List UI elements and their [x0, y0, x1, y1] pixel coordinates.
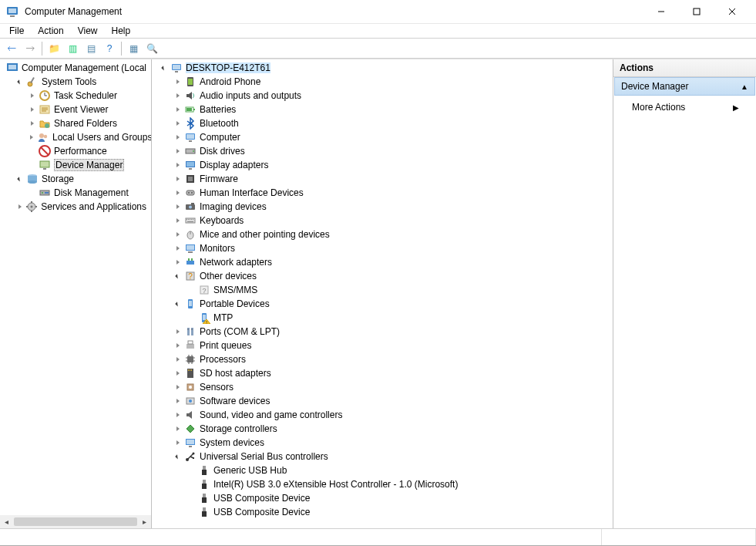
device-node-universal-serial-bus-controllers[interactable]: Universal Serial Bus controllers [155, 450, 613, 463]
tree-node-local-users-and-groups[interactable]: Local Users and Groups [0, 130, 151, 144]
device-node-audio-inputs-and-outputs[interactable]: Audio inputs and outputs [155, 89, 613, 103]
caret-right-icon[interactable] [173, 188, 183, 197]
device-node-sound-video-and-game-controllers[interactable]: Sound, video and game controllers [155, 408, 613, 422]
caret-down-icon[interactable] [160, 63, 169, 72]
device-node-batteries[interactable]: Batteries [155, 103, 613, 116]
tree-node-event-viewer[interactable]: Event Viewer [0, 103, 151, 116]
caret-right-icon[interactable] [173, 147, 183, 156]
device-node-imaging-devices[interactable]: Imaging devices [155, 200, 613, 214]
caret-right-icon[interactable] [173, 327, 183, 336]
caret-right-icon[interactable] [28, 105, 37, 114]
minimize-button[interactable] [643, 0, 679, 23]
device-node-portable-devices[interactable]: Portable Devices [155, 297, 613, 311]
tree-node-system-tools[interactable]: System Tools [0, 75, 151, 89]
tree-node-shared-folders[interactable]: Shared Folders [0, 116, 151, 130]
device-node-human-interface-devices[interactable]: Human Interface Devices [155, 186, 613, 200]
caret-right-icon[interactable] [173, 383, 183, 392]
caret-down-icon[interactable] [15, 77, 25, 86]
caret-right-icon[interactable] [173, 77, 183, 86]
help-icon[interactable]: ? [101, 40, 118, 57]
refresh-icon[interactable]: ▦ [125, 40, 142, 57]
caret-right-icon[interactable] [173, 396, 183, 406]
device-node-software-devices[interactable]: Software devices [155, 394, 613, 408]
actions-more-actions[interactable]: More Actions ▶ [617, 100, 753, 114]
device-node-system-devices[interactable]: System devices [155, 436, 613, 450]
properties-icon[interactable]: ▤ [82, 40, 99, 57]
menu-action[interactable]: Action [32, 24, 69, 38]
device-node-android-phone[interactable]: Android Phone [155, 75, 613, 89]
caret-right-icon[interactable] [28, 119, 37, 128]
tree-node-performance[interactable]: Performance [0, 144, 151, 158]
caret-right-icon[interactable] [173, 244, 183, 253]
device-node-other-devices[interactable]: ?Other devices [155, 269, 613, 283]
caret-right-icon[interactable] [173, 341, 183, 350]
caret-right-icon[interactable] [28, 133, 35, 142]
device-node-desktop-e412t61[interactable]: DESKTOP-E412T61 [155, 61, 613, 75]
caret-right-icon[interactable] [15, 202, 24, 211]
scan-hardware-icon[interactable]: 🔍 [143, 40, 160, 57]
device-node-display-adapters[interactable]: Display adapters [155, 158, 613, 172]
device-node-usb-composite-device[interactable]: USB Composite Device [155, 505, 613, 519]
actions-group-header[interactable]: Device Manager ▲ [614, 77, 755, 96]
device-node-usb-composite-device[interactable]: USB Composite Device [155, 491, 613, 505]
caret-right-icon[interactable] [173, 119, 183, 128]
menu-help[interactable]: Help [106, 24, 137, 38]
device-node-bluetooth[interactable]: Bluetooth [155, 116, 613, 130]
caret-right-icon[interactable] [28, 91, 37, 100]
back-icon[interactable]: 🡐 [3, 40, 20, 57]
tree-node-services-and-applications[interactable]: Services and Applications [0, 200, 151, 214]
tree-node-computer-management-local[interactable]: Computer Management (Local [0, 61, 151, 75]
caret-right-icon[interactable] [173, 424, 183, 433]
maximize-button[interactable] [679, 0, 714, 23]
device-node-keyboards[interactable]: Keyboards [155, 214, 613, 228]
caret-down-icon[interactable] [15, 174, 25, 184]
device-node-processors[interactable]: Processors [155, 352, 613, 366]
device-node-sensors[interactable]: Sensors [155, 380, 613, 394]
menu-file[interactable]: File [3, 24, 30, 38]
device-node-firmware[interactable]: Firmware [155, 172, 613, 186]
caret-right-icon[interactable] [173, 160, 183, 170]
caret-down-icon[interactable] [173, 271, 183, 281]
caret-right-icon[interactable] [173, 230, 183, 239]
horizontal-scrollbar[interactable]: ◂ ▸ [0, 515, 151, 528]
device-node-network-adapters[interactable]: Network adapters [155, 255, 613, 269]
caret-right-icon[interactable] [173, 105, 183, 114]
caret-right-icon[interactable] [173, 174, 183, 184]
scroll-left-arrow[interactable]: ◂ [0, 515, 13, 528]
caret-right-icon[interactable] [173, 355, 183, 364]
device-node-generic-usb-hub[interactable]: Generic USB Hub [155, 463, 613, 477]
caret-right-icon[interactable] [173, 369, 183, 378]
up-folder-icon[interactable]: 📁 [45, 40, 62, 57]
device-node-disk-drives[interactable]: Disk drives [155, 144, 613, 158]
caret-right-icon[interactable] [173, 438, 183, 447]
device-node-sd-host-adapters[interactable]: SD host adapters [155, 366, 613, 380]
scroll-thumb[interactable] [14, 517, 137, 526]
device-node-computer[interactable]: Computer [155, 130, 613, 144]
caret-right-icon[interactable] [173, 133, 183, 142]
caret-down-icon[interactable] [173, 452, 183, 461]
device-node-intel-r-usb-3-0-extensible-host-controll[interactable]: Intel(R) USB 3.0 eXtensible Host Control… [155, 477, 613, 491]
console-tree-pane[interactable]: Computer Management (LocalSystem ToolsTa… [0, 59, 152, 528]
console-tree[interactable]: Computer Management (LocalSystem ToolsTa… [0, 61, 151, 214]
device-tree[interactable]: DESKTOP-E412T61Android PhoneAudio inputs… [152, 61, 613, 519]
caret-right-icon[interactable] [173, 216, 183, 225]
forward-icon[interactable]: 🡒 [22, 40, 39, 57]
close-button[interactable] [714, 0, 750, 23]
tree-node-task-scheduler[interactable]: Task Scheduler [0, 89, 151, 103]
tree-node-disk-management[interactable]: Disk Management [0, 186, 151, 200]
menu-view[interactable]: View [72, 24, 104, 38]
device-node-sms-mms[interactable]: ?SMS/MMS [155, 283, 613, 297]
device-node-mice-and-other-pointing-devices[interactable]: Mice and other pointing devices [155, 228, 613, 241]
scroll-right-arrow[interactable]: ▸ [138, 515, 151, 528]
caret-right-icon[interactable] [173, 410, 183, 420]
caret-right-icon[interactable] [173, 258, 183, 267]
collapse-icon[interactable]: ▲ [741, 83, 748, 91]
caret-right-icon[interactable] [173, 91, 183, 100]
device-node-monitors[interactable]: Monitors [155, 241, 613, 255]
device-node-print-queues[interactable]: Print queues [155, 339, 613, 352]
caret-down-icon[interactable] [173, 299, 183, 308]
device-node-ports-com-lpt-[interactable]: Ports (COM & LPT) [155, 325, 613, 339]
caret-right-icon[interactable] [173, 202, 183, 211]
device-tree-pane[interactable]: DESKTOP-E412T61Android PhoneAudio inputs… [152, 59, 613, 528]
show-hide-tree-icon[interactable]: ▥ [64, 40, 81, 57]
